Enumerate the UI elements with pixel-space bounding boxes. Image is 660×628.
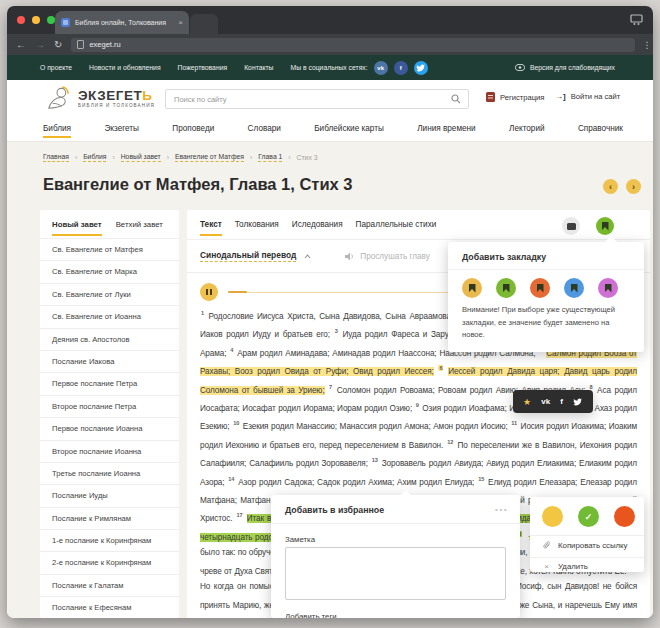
tab-old-testament[interactable]: Ветхий завет [116, 220, 163, 236]
vk-icon[interactable]: vk [374, 61, 388, 75]
nav-item-1[interactable]: Экзегеты [104, 124, 139, 136]
sidebar-book-item[interactable]: Послание Иуды [40, 484, 179, 506]
sidebar-book-item[interactable]: Послание к Римлянам [40, 507, 179, 529]
nav-item-4[interactable]: Библейские карты [314, 124, 384, 136]
twitter-icon[interactable] [414, 61, 428, 75]
verse-text[interactable]: Родословие Иисуса Христа, Сына Давидова,… [209, 312, 454, 321]
sidebar-book-item[interactable]: Св. Евангелие от Иоанна [40, 305, 179, 327]
url-text: exeget.ru [89, 40, 120, 49]
listen-chapter-button[interactable]: Прослушать главу [345, 252, 430, 261]
sidebar-book-item[interactable]: Св. Евангелие от Матфея [40, 238, 179, 260]
sidebar-book-item[interactable]: Послание к Ефесянам [40, 596, 179, 618]
sidebar-book-item[interactable]: Второе послание Петра [40, 395, 179, 417]
back-icon[interactable]: ← [16, 39, 26, 50]
nav-item-6[interactable]: Лекторий [509, 124, 545, 136]
topbar-link-0[interactable]: О проекте [40, 64, 72, 71]
chevron-up-icon[interactable] [304, 254, 311, 259]
browser-cast-icon[interactable] [630, 13, 643, 26]
content-tab-0[interactable]: Текст [200, 220, 222, 236]
zoom-window-button[interactable] [47, 16, 55, 24]
facebook-icon[interactable]: f [394, 61, 408, 75]
bookmark-color-2[interactable] [530, 278, 550, 298]
breadcrumb-link-0[interactable]: Главная [43, 153, 69, 162]
nav-item-2[interactable]: Проповеди [172, 124, 214, 136]
login-icon: →] [555, 92, 566, 101]
translation-select[interactable]: Синодальный перевод [200, 250, 296, 262]
bookmark-button[interactable] [596, 217, 614, 235]
share-facebook-button[interactable]: f [560, 397, 563, 406]
sidebar-book-item[interactable]: Третье послание Иоанна [40, 462, 179, 484]
verse-text[interactable]: Езекия родил Манассию; Манассия родил Ам… [243, 422, 508, 431]
breadcrumb-link-1[interactable]: Библия [83, 153, 106, 162]
sidebar-book-item[interactable]: 2-е послание к Коринфянам [40, 551, 179, 573]
topbar-link-3[interactable]: Контакты [244, 64, 273, 71]
browser-tab[interactable]: Библия онлайн, Толкования × [55, 11, 189, 34]
topbar-link-2[interactable]: Пожертвования [178, 64, 228, 71]
sidebar-book-item[interactable]: Первое послание Петра [40, 372, 179, 394]
social-label: Мы в социальных сетях: [291, 64, 368, 71]
note-label: Заметка [285, 535, 315, 544]
note-textarea[interactable] [285, 547, 506, 600]
sidebar-book-item[interactable]: Второе послание Иоанна [40, 440, 179, 462]
forward-icon[interactable]: → [35, 39, 45, 50]
nav-item-3[interactable]: Словари [248, 124, 281, 136]
favorite-color-2[interactable] [614, 506, 635, 527]
accessibility-link[interactable]: Версия для слабовидящих [515, 55, 615, 80]
reload-icon[interactable]: ↻ [54, 39, 62, 50]
favorite-color-0[interactable] [542, 506, 563, 527]
minimize-window-button[interactable] [32, 16, 40, 24]
modal-menu-icon[interactable]: ••• [495, 505, 508, 514]
comments-button[interactable] [562, 217, 580, 235]
register-button[interactable]: Регистрация [486, 92, 544, 102]
window-controls[interactable] [17, 16, 55, 24]
verse-number: 11 [510, 420, 518, 426]
verse-text[interactable]: Азор родил Садока; Садок родил Ахима; Ах… [238, 478, 474, 487]
bookmark-color-4[interactable] [598, 278, 618, 298]
delete-item[interactable]: × Удалить [542, 562, 588, 571]
url-field[interactable]: exeget.ru [71, 38, 635, 52]
bookmark-color-0[interactable] [462, 278, 482, 298]
tab-close-icon[interactable]: × [178, 18, 183, 27]
content-tab-3[interactable]: Параллельные стихи [356, 220, 437, 236]
sidebar-book-item[interactable]: Деяния св. Апостолов [40, 328, 179, 350]
share-vk-button[interactable]: vk [541, 397, 550, 406]
new-tab-button[interactable] [190, 14, 218, 34]
search-icon[interactable] [451, 94, 461, 104]
prev-verse-button[interactable]: ‹ [603, 179, 618, 194]
share-twitter-button[interactable] [573, 398, 583, 406]
login-button[interactable]: →] Войти на сайт [555, 92, 620, 101]
nav-item-7[interactable]: Справочник [578, 124, 623, 136]
sidebar-book-item[interactable]: Св. Евангелие от Луки [40, 283, 179, 305]
bookmark-color-1[interactable] [496, 278, 516, 298]
breadcrumb-separator: › [167, 154, 169, 161]
favorite-color-1[interactable]: ✓ [578, 506, 599, 527]
register-icon [486, 92, 495, 102]
close-window-button[interactable] [17, 16, 25, 24]
breadcrumb-link-4[interactable]: Глава 1 [258, 153, 282, 162]
sidebar-book-item[interactable]: Послание Иакова [40, 350, 179, 372]
breadcrumb-link-2[interactable]: Новый завет [121, 153, 161, 162]
sidebar-book-item[interactable]: Св. Евангелие от Марка [40, 260, 179, 282]
content-tab-2[interactable]: Иследования [292, 220, 343, 236]
bookmark-color-3[interactable] [564, 278, 584, 298]
tab-new-testament[interactable]: Новый завет [52, 220, 102, 236]
favorite-star-button[interactable]: ★ [523, 397, 531, 407]
pause-button[interactable] [200, 283, 218, 301]
evangelist-logo-icon [43, 84, 72, 113]
next-verse-button[interactable]: › [626, 179, 641, 194]
breadcrumb-link-3[interactable]: Евангелие от Матфея [175, 153, 244, 162]
search-input[interactable] [174, 90, 444, 108]
sidebar-book-item[interactable]: Послание к Галатам [40, 574, 179, 596]
browser-menu-icon[interactable]: ⋮ [642, 40, 651, 50]
copy-link-item[interactable]: Копировать ссылку [542, 541, 628, 550]
topbar-link-1[interactable]: Новости и обновления [89, 64, 161, 71]
delete-icon: × [542, 562, 551, 571]
sidebar-book-item[interactable]: Первое послание Иоанна [40, 417, 179, 439]
nav-item-5[interactable]: Линия времени [417, 124, 475, 136]
share-toolbar: ★ vk f [513, 390, 593, 413]
content-tab-1[interactable]: Толкования [235, 220, 279, 236]
add-tags-link[interactable]: Добавить теги [285, 612, 337, 618]
nav-item-0[interactable]: Библия [43, 124, 71, 136]
site-logo[interactable]: ЭКЗЕГЕТЬ БИБЛИЯ И ТОЛКОВАНИЯ [43, 84, 155, 113]
sidebar-book-item[interactable]: 1-е послание к Коринфянам [40, 529, 179, 551]
